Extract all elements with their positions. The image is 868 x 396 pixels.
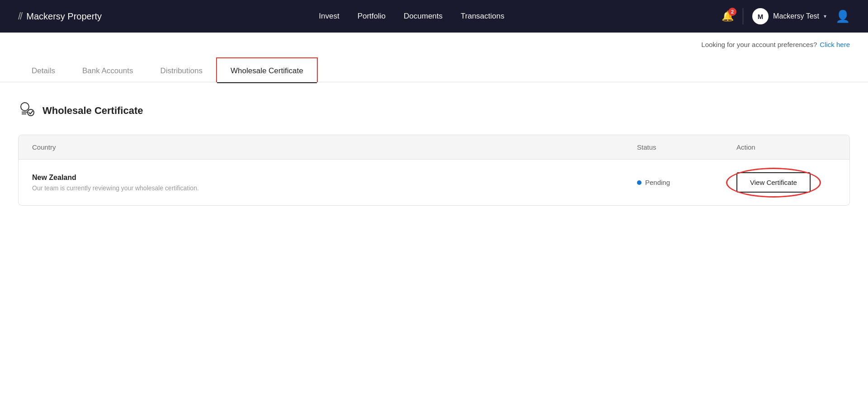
main-content: Looking for your account preferences? Cl…	[0, 33, 868, 396]
tab-details[interactable]: Details	[18, 58, 69, 82]
country-description: Our team is currently reviewing your who…	[32, 184, 637, 192]
action-column: View Certificate	[736, 172, 836, 193]
user-menu[interactable]: M Mackersy Test ▾	[752, 8, 826, 24]
nav-portfolio[interactable]: Portfolio	[358, 12, 386, 21]
tab-distributions[interactable]: Distributions	[146, 58, 216, 82]
click-here-link[interactable]: Click here	[820, 41, 850, 48]
certificate-table: Country Status Action New Zealand Our te…	[18, 135, 850, 206]
brand: // Mackersy Property	[18, 10, 102, 22]
nav-invest[interactable]: Invest	[319, 12, 339, 21]
notification-badge: 2	[728, 8, 736, 16]
account-prefs-bar: Looking for your account preferences? Cl…	[0, 33, 868, 53]
section-header: Wholesale Certificate	[18, 100, 850, 121]
view-certificate-wrap: View Certificate	[736, 172, 811, 193]
col-header-status: Status	[637, 143, 736, 151]
account-prefs-text: Looking for your account preferences?	[701, 41, 817, 48]
status-column: Pending	[637, 179, 736, 186]
tabs-bar: Details Bank Accounts Distributions Whol…	[0, 57, 868, 82]
col-header-action: Action	[736, 143, 836, 151]
tab-wholesale-certificate[interactable]: Wholesale Certificate	[216, 57, 318, 82]
nav-links: Invest Portfolio Documents Transactions	[319, 12, 504, 21]
brand-name: Mackersy Property	[26, 11, 102, 22]
svg-point-0	[21, 103, 29, 111]
notification-bell[interactable]: 🔔 2	[722, 10, 734, 22]
brand-icon: //	[18, 10, 22, 22]
country-column: New Zealand Our team is currently review…	[32, 174, 637, 192]
status-dot-pending	[637, 180, 642, 185]
chevron-down-icon: ▾	[824, 13, 826, 19]
tab-bank-accounts[interactable]: Bank Accounts	[69, 58, 146, 82]
col-header-country: Country	[32, 143, 637, 151]
wholesale-certificate-section: Wholesale Certificate Country Status Act…	[0, 82, 868, 206]
user-avatar: M	[752, 8, 769, 24]
status-label: Pending	[645, 179, 670, 186]
nav-transactions[interactable]: Transactions	[461, 12, 505, 21]
certificate-icon	[18, 100, 35, 121]
section-title: Wholesale Certificate	[42, 105, 143, 117]
nav-right: 🔔 2 M Mackersy Test ▾ 👤	[722, 8, 850, 24]
navbar: // Mackersy Property Invest Portfolio Do…	[0, 0, 868, 33]
table-header: Country Status Action	[19, 135, 849, 160]
table-row: New Zealand Our team is currently review…	[19, 160, 849, 205]
nav-divider	[743, 8, 743, 24]
profile-icon[interactable]: 👤	[835, 9, 850, 24]
nav-documents[interactable]: Documents	[404, 12, 443, 21]
country-name: New Zealand	[32, 174, 637, 182]
user-name: Mackersy Test	[773, 12, 819, 20]
view-certificate-button[interactable]: View Certificate	[736, 172, 811, 193]
